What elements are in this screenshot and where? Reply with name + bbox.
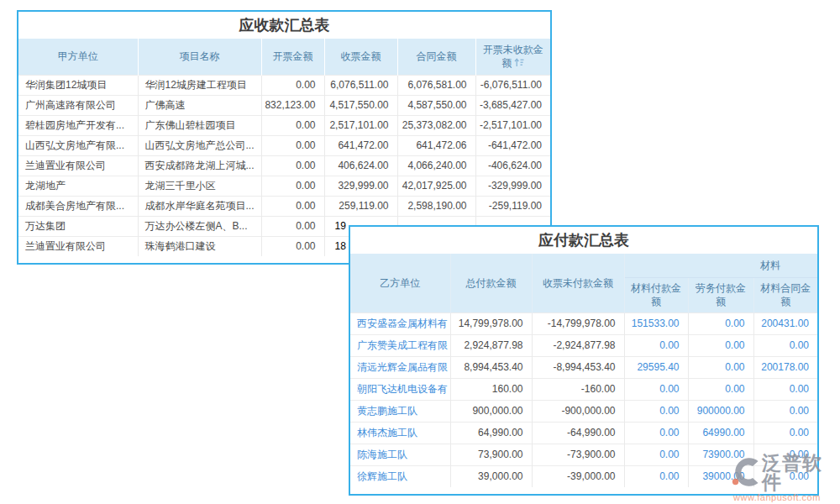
table-cell: 900000.00 [688, 400, 753, 422]
table-cell: 0.00 [261, 236, 324, 256]
receivable-table: 甲方单位 项目名称 开票金额 收票金额 合同金额 开票未收款金额 华润集团12城… [18, 39, 550, 256]
col-header-receipt-amount: 收票金额 [324, 39, 397, 75]
table-cell: -329,999.00 [475, 176, 550, 196]
col-group-header-material: 材料 [624, 254, 817, 278]
table-cell: 0.00 [688, 378, 753, 400]
party-b-link[interactable]: 广东赞美成工程有限 [350, 334, 450, 356]
table-cell: 4,066,240.00 [397, 155, 475, 176]
table-cell: 2,924,877.98 [450, 334, 532, 356]
table-cell: 641,472.00 [324, 135, 397, 155]
party-b-link[interactable]: 西安盛器金属材料有 [350, 312, 450, 334]
table-cell: 200431.00 [753, 312, 817, 334]
table-cell: 64,990.00 [450, 422, 532, 444]
table-cell: 73,900.00 [450, 444, 532, 465]
table-cell: 万达集团 [18, 216, 138, 236]
table-cell: -641,472.00 [475, 135, 550, 155]
table-cell: 832,123.00 [261, 95, 324, 115]
table-cell: 龙湖三千里小区 [138, 176, 261, 196]
table-cell: 6,076,511.00 [324, 75, 397, 95]
table-cell: -39,000.00 [532, 465, 624, 487]
table-cell: 0.00 [624, 444, 688, 465]
table-cell: -64,990.00 [532, 422, 624, 444]
table-cell: 329,999.00 [324, 176, 397, 196]
table-row: 成都美合房地产有限... 成都水岸华庭名苑项目... 0.00 259,119.… [18, 196, 550, 216]
table-cell: 西安成都路龙湖上河城... [138, 155, 261, 176]
table-cell: 山西弘文房地产总公司... [138, 135, 261, 155]
party-b-link[interactable]: 黄志鹏施工队 [350, 400, 450, 422]
table-cell: 4,517,550.00 [324, 95, 397, 115]
table-row: 兰迪置业有限公司 西安成都路龙湖上河城... 0.00 406,624.00 4… [18, 155, 550, 176]
col-header-invoiced-amount: 开票金额 [261, 39, 324, 75]
table-cell: 0.00 [753, 422, 817, 444]
table-cell: 6,076,581.00 [397, 75, 475, 95]
payable-table-title: 应付款汇总表 [350, 227, 817, 254]
table-row: 广东赞美成工程有限 2,924,877.98 -2,924,877.98 0.0… [350, 334, 817, 356]
party-b-link[interactable]: 朝阳飞达机电设备有 [350, 378, 450, 400]
table-cell: 成都水岸华庭名苑项目... [138, 196, 261, 216]
table-row: 西安盛器金属材料有 14,799,978.00 -14,799,978.00 1… [350, 312, 817, 334]
table-cell: 42,017,925.00 [397, 176, 475, 196]
table-cell: 兰迪置业有限公司 [18, 155, 138, 176]
table-cell: 2,598,190.00 [397, 196, 475, 216]
party-b-link[interactable]: 清远光辉金属品有限 [350, 356, 450, 378]
table-cell: 25,373,082.00 [397, 115, 475, 135]
table-row: 山西弘文房地产有限... 山西弘文房地产总公司... 0.00 641,472.… [18, 135, 550, 155]
table-cell: 广州高速路有限公司 [18, 95, 138, 115]
table-cell: -900,000.00 [532, 400, 624, 422]
table-row: 朝阳飞达机电设备有 160.00 -160.00 0.00 0.00 0.00 [350, 378, 817, 400]
col-header-project-name: 项目名称 [138, 39, 261, 75]
table-cell: 0.00 [261, 155, 324, 176]
table-cell: 成都美合房地产有限... [18, 196, 138, 216]
table-cell: -2,517,101.00 [475, 115, 550, 135]
table-cell: 0.00 [261, 176, 324, 196]
receivable-header-row: 甲方单位 项目名称 开票金额 收票金额 合同金额 开票未收款金额 [18, 39, 550, 75]
table-cell: 8,994,453.40 [450, 356, 532, 378]
table-cell: -406,624.00 [475, 155, 550, 176]
table-cell: -2,924,877.98 [532, 334, 624, 356]
col-header-contract-amount: 合同金额 [397, 39, 475, 75]
table-cell: 0.00 [261, 216, 324, 236]
vendor-watermark: 泛普软件 www.fanpusoft.com [730, 454, 840, 502]
table-cell: 14,799,978.00 [450, 312, 532, 334]
party-b-link[interactable]: 徐辉施工队 [350, 465, 450, 487]
table-cell: 兰迪置业有限公司 [18, 236, 138, 256]
table-cell: 0.00 [261, 75, 324, 95]
payable-table: 乙方单位 总付款金额 收票未付款金额 材料 材料付款金额 劳务付款金额 材料合同… [350, 254, 817, 487]
table-row: 林伟杰施工队 64,990.00 -64,990.00 0.00 64990.0… [350, 422, 817, 444]
party-b-link[interactable]: 林伟杰施工队 [350, 422, 450, 444]
col-header-labor-payment: 劳务付款金额 [688, 278, 753, 312]
table-cell: 0.00 [753, 334, 817, 356]
table-cell: 0.00 [261, 115, 324, 135]
table-cell: 0.00 [753, 400, 817, 422]
table-row: 华润集团12城项目 华润12城房建工程项目 0.00 6,076,511.00 … [18, 75, 550, 95]
table-cell: 0.00 [624, 334, 688, 356]
table-cell: 0.00 [624, 400, 688, 422]
table-cell: 200178.00 [753, 356, 817, 378]
table-cell: 151533.00 [624, 312, 688, 334]
table-cell: -14,799,978.00 [532, 312, 624, 334]
table-cell: 碧桂园房地产开发有... [18, 115, 138, 135]
table-cell: 0.00 [624, 465, 688, 487]
fanpu-swoosh-logo [730, 456, 760, 491]
payable-header-group-row: 乙方单位 总付款金额 收票未付款金额 材料 [350, 254, 817, 278]
table-cell: 160.00 [450, 378, 532, 400]
table-cell: 华润集团12城项目 [18, 75, 138, 95]
table-cell: 641,472.06 [397, 135, 475, 155]
col-header-invoiced-unpaid-amount[interactable]: 开票未收款金额 [475, 39, 550, 75]
watermark-brand-text: 泛普软件 [762, 454, 840, 492]
table-cell: -8,994,453.40 [532, 356, 624, 378]
table-cell: -259,119.00 [475, 196, 550, 216]
table-cell: 山西弘文房地产有限... [18, 135, 138, 155]
table-row: 清远光辉金属品有限 8,994,453.40 -8,994,453.40 295… [350, 356, 817, 378]
table-cell: 0.00 [688, 356, 753, 378]
table-cell: 900,000.00 [450, 400, 532, 422]
table-cell: 珠海鹤港口建设 [138, 236, 261, 256]
party-b-link[interactable]: 陈海施工队 [350, 444, 450, 465]
col-header-party-b: 乙方单位 [350, 254, 450, 312]
col-header-material-payment: 材料付款金额 [624, 278, 688, 312]
table-cell: 39,000.00 [450, 465, 532, 487]
table-cell: 4,587,550.00 [397, 95, 475, 115]
sort-ascending-icon[interactable] [514, 57, 524, 71]
col-header-party-a: 甲方单位 [18, 39, 138, 75]
table-cell: 0.00 [261, 135, 324, 155]
